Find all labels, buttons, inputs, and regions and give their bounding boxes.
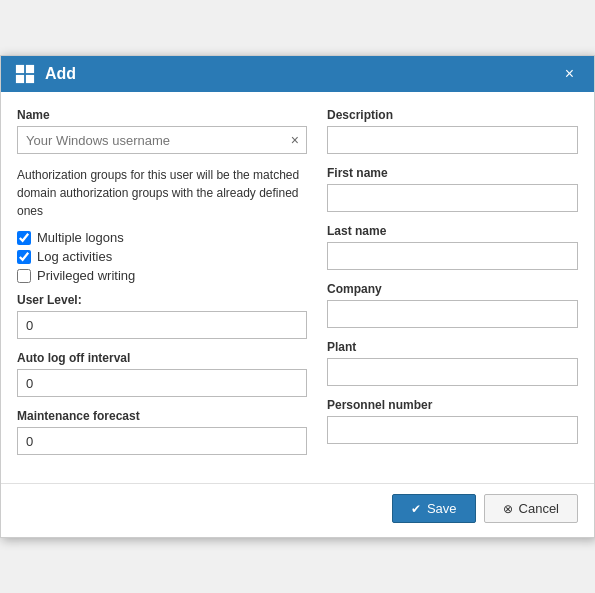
cancel-circle-icon: ⊗	[503, 502, 513, 516]
checkbox-multiple-logons: Multiple logons	[17, 230, 307, 245]
user-level-group: User Level:	[17, 293, 307, 339]
svg-rect-2	[16, 75, 24, 83]
multiple-logons-checkbox[interactable]	[17, 231, 31, 245]
dialog-footer: ✔ Save ⊗ Cancel	[1, 483, 594, 537]
auto-logoff-input[interactable]	[17, 369, 307, 397]
lastname-label: Last name	[327, 224, 578, 238]
description-group: Description	[327, 108, 578, 154]
checkboxes-section: Multiple logons Log activities Privilege…	[17, 230, 307, 283]
save-checkmark-icon: ✔	[411, 502, 421, 516]
maintenance-input[interactable]	[17, 427, 307, 455]
personnel-label: Personnel number	[327, 398, 578, 412]
checkbox-privileged-writing: Privileged writing	[17, 268, 307, 283]
svg-rect-0	[16, 65, 24, 73]
plant-input[interactable]	[327, 358, 578, 386]
left-column: Name × Authorization groups for this use…	[17, 108, 307, 467]
form-layout: Name × Authorization groups for this use…	[17, 108, 578, 467]
log-activities-label[interactable]: Log activities	[37, 249, 112, 264]
description-label: Description	[327, 108, 578, 122]
personnel-input[interactable]	[327, 416, 578, 444]
cancel-label: Cancel	[519, 501, 559, 516]
save-label: Save	[427, 501, 457, 516]
save-button[interactable]: ✔ Save	[392, 494, 476, 523]
dialog-title: Add	[45, 65, 76, 83]
svg-rect-1	[26, 65, 34, 73]
plant-group: Plant	[327, 340, 578, 386]
name-label: Name	[17, 108, 307, 122]
user-level-input[interactable]	[17, 311, 307, 339]
privileged-writing-label[interactable]: Privileged writing	[37, 268, 135, 283]
add-dialog: Add × Name × Authorization groups for th…	[0, 55, 595, 538]
checkbox-log-activities: Log activities	[17, 249, 307, 264]
log-activities-checkbox[interactable]	[17, 250, 31, 264]
right-column: Description First name Last name Company	[327, 108, 578, 467]
name-input[interactable]	[17, 126, 307, 154]
description-input[interactable]	[327, 126, 578, 154]
company-group: Company	[327, 282, 578, 328]
cancel-button[interactable]: ⊗ Cancel	[484, 494, 578, 523]
dialog-header: Add ×	[1, 56, 594, 92]
dialog-body: Name × Authorization groups for this use…	[1, 92, 594, 477]
user-level-label: User Level:	[17, 293, 307, 307]
name-group: Name ×	[17, 108, 307, 154]
svg-rect-3	[26, 75, 34, 83]
company-input[interactable]	[327, 300, 578, 328]
firstname-group: First name	[327, 166, 578, 212]
close-button[interactable]: ×	[559, 64, 580, 84]
auto-logoff-label: Auto log off interval	[17, 351, 307, 365]
firstname-label: First name	[327, 166, 578, 180]
maintenance-label: Maintenance forecast	[17, 409, 307, 423]
header-left: Add	[15, 64, 76, 84]
personnel-group: Personnel number	[327, 398, 578, 444]
name-input-wrapper: ×	[17, 126, 307, 154]
privileged-writing-checkbox[interactable]	[17, 269, 31, 283]
auto-logoff-group: Auto log off interval	[17, 351, 307, 397]
plant-label: Plant	[327, 340, 578, 354]
company-label: Company	[327, 282, 578, 296]
lastname-group: Last name	[327, 224, 578, 270]
lastname-input[interactable]	[327, 242, 578, 270]
multiple-logons-label[interactable]: Multiple logons	[37, 230, 124, 245]
firstname-input[interactable]	[327, 184, 578, 212]
name-clear-button[interactable]: ×	[287, 131, 303, 149]
windows-logo-icon	[15, 64, 35, 84]
auth-note: Authorization groups for this user will …	[17, 166, 307, 220]
maintenance-group: Maintenance forecast	[17, 409, 307, 455]
